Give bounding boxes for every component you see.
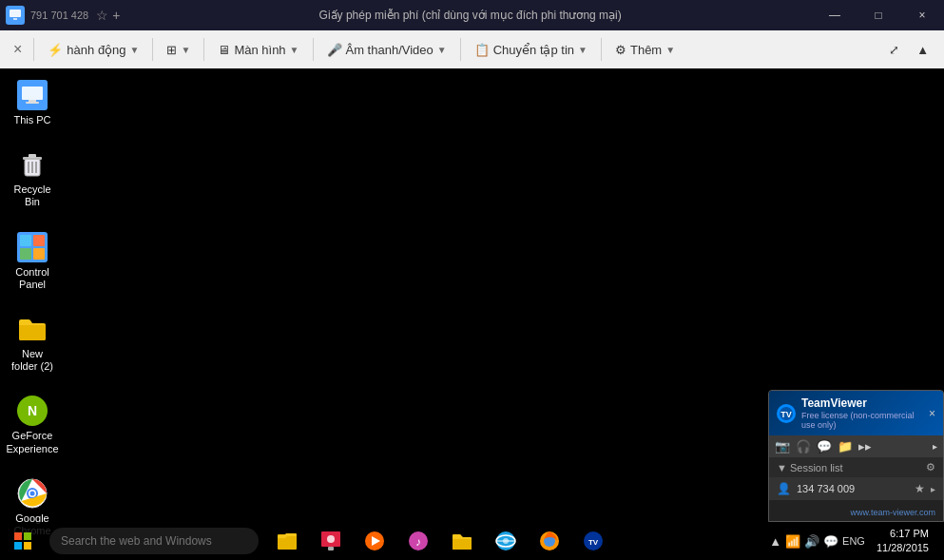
app4-icon: ♪ — [407, 530, 430, 552]
fullscreen-button[interactable]: ⤢ — [881, 39, 907, 61]
taskbar: ♪ — [0, 522, 944, 560]
transfer-icon: 📋 — [474, 43, 490, 57]
network-icon[interactable]: 📶 — [785, 534, 800, 549]
control-panel-icon[interactable]: Control Panel — [4, 228, 61, 295]
display-button[interactable]: 🖥 Màn hình ▼ — [210, 39, 306, 61]
svg-rect-29 — [24, 542, 31, 550]
windows-logo-icon — [13, 531, 32, 550]
svg-text:TV: TV — [588, 538, 599, 547]
new-folder-icon[interactable]: New folder (2) — [4, 310, 61, 377]
title-bar: 791 701 428 ☆ + Giấy phép miễn phí (chỉ … — [0, 0, 944, 30]
tab-title: 791 701 428 — [30, 10, 88, 21]
this-pc-icon[interactable]: This PC — [4, 76, 61, 130]
control-panel-image — [17, 232, 48, 262]
folder-taskbar-button[interactable] — [441, 522, 483, 560]
close-button[interactable]: × — [900, 0, 944, 30]
close-icon: × — [13, 41, 22, 58]
app-icon — [6, 6, 25, 25]
tv-title-area: TeamViewer Free license (non-commercial … — [801, 396, 923, 430]
taskbar-pinned-apps: ♪ — [266, 522, 614, 560]
svg-rect-2 — [22, 87, 43, 100]
volume-icon[interactable]: 🔊 — [804, 534, 819, 549]
tv-logo-icon: TV — [777, 404, 796, 423]
svg-rect-27 — [24, 532, 31, 540]
tv-title: TeamViewer — [801, 396, 923, 410]
action-button[interactable]: ⚡ hành động ▼ — [40, 39, 146, 61]
expand-icon: ⤢ — [889, 43, 899, 57]
window-controls: — □ × — [813, 0, 944, 30]
tv-session-settings-icon[interactable]: ⚙ — [926, 461, 935, 473]
audio-icon: 🎤 — [327, 43, 342, 57]
search-input[interactable] — [49, 528, 259, 554]
tv-camera-icon[interactable]: 📷 — [775, 439, 790, 454]
svg-point-32 — [327, 535, 335, 543]
grid-button[interactable]: ⊞ ▼ — [159, 39, 198, 61]
file-explorer-taskbar-button[interactable] — [266, 522, 308, 560]
system-clock[interactable]: 6:17 PM 11/28/2015 — [869, 527, 936, 556]
audio-button[interactable]: 🎤 Âm thanh/Video ▼ — [319, 39, 454, 61]
collapse-toolbar-button[interactable]: ▲ — [909, 39, 936, 61]
maximize-button[interactable]: □ — [857, 0, 900, 30]
svg-rect-14 — [33, 248, 45, 260]
transfer-button[interactable]: 📋 Chuyển tập tin ▼ — [467, 39, 595, 61]
folder-icon — [451, 530, 473, 552]
desktop-icon-area: This PC Recycle Bin Control Panel — [0, 68, 67, 560]
tv-collapse-toolbar-icon[interactable]: ▸ — [933, 441, 937, 452]
tray-arrow-icon[interactable]: ▲ — [769, 534, 781, 549]
svg-rect-12 — [33, 235, 45, 246]
recycle-bin-image — [17, 149, 48, 180]
separator-4 — [313, 38, 314, 61]
control-panel-label: Control Panel — [8, 266, 57, 291]
tv-more-icon[interactable]: ▸▸ — [858, 439, 872, 454]
more-button[interactable]: ⚙ Thêm ▼ — [607, 39, 683, 61]
tv-toolbar: 📷 🎧 💬 📁 ▸▸ ▸ — [769, 435, 943, 457]
action-chevron: ▼ — [130, 45, 140, 55]
disconnect-button[interactable]: × — [8, 37, 28, 62]
svg-text:N: N — [28, 403, 37, 418]
display-label: Màn hình — [234, 43, 285, 57]
paint-taskbar-button[interactable] — [310, 522, 352, 560]
new-folder-label: New folder (2) — [8, 348, 57, 373]
ie-taskbar-button[interactable] — [485, 522, 527, 560]
tv-headset-icon[interactable]: 🎧 — [796, 439, 811, 454]
media-player-taskbar-button[interactable] — [354, 522, 395, 560]
geforce-image: N — [17, 396, 48, 426]
separator-6 — [601, 38, 602, 61]
svg-point-21 — [30, 491, 35, 495]
tv-session-list-label: ▼ Session list — [777, 462, 843, 473]
tv-chat-icon[interactable]: 💬 — [817, 439, 832, 454]
start-button[interactable] — [0, 522, 46, 560]
geforce-icon[interactable]: N GeForce Experience — [4, 392, 61, 458]
svg-rect-13 — [20, 248, 31, 260]
audio-label: Âm thanh/Video — [346, 43, 433, 57]
recycle-bin-icon[interactable]: Recycle Bin — [4, 145, 61, 212]
ie-icon — [494, 530, 517, 552]
teamviewer-panel: ◀ TV TeamViewer Free license (non-commer… — [768, 390, 944, 522]
firefox-taskbar-button[interactable] — [529, 522, 570, 560]
minimize-button[interactable]: — — [813, 0, 857, 30]
star-icon[interactable]: ☆ — [96, 8, 108, 23]
paint-icon — [319, 530, 342, 552]
tv-footer-link: www.team-viewer.com — [850, 508, 935, 517]
tv-session-item[interactable]: 👤 134 734 009 ★ ▸ — [769, 477, 943, 500]
tv-session-arrow-icon[interactable]: ▸ — [931, 484, 935, 494]
this-pc-label: This PC — [13, 114, 50, 126]
tv-subtitle: Free license (non-commercial use only) — [801, 411, 923, 430]
svg-rect-0 — [10, 10, 21, 17]
tv-file-icon[interactable]: 📁 — [838, 439, 853, 454]
add-tab-button[interactable]: + — [112, 8, 120, 23]
tv-close-button[interactable]: × — [929, 407, 935, 420]
transfer-label: Chuyển tập tin — [493, 43, 574, 57]
remote-toolbar: × ⚡ hành động ▼ ⊞ ▼ 🖥 Màn hình ▼ 🎤 Âm th… — [0, 30, 944, 68]
recycle-bin-label: Recycle Bin — [8, 183, 57, 208]
teamviewer-taskbar-button[interactable]: TV — [572, 522, 614, 560]
this-pc-image — [17, 80, 48, 110]
app4-taskbar-button[interactable]: ♪ — [397, 522, 439, 560]
notification-icon[interactable]: 💬 — [823, 534, 838, 549]
gear-icon: ⚙ — [615, 43, 626, 57]
system-tray: ▲ 📶 🔊 💬 ENG 6:17 PM 11/28/2015 — [761, 522, 944, 560]
language-label: ENG — [842, 535, 865, 547]
tv-collapse-button[interactable]: ◀ — [768, 442, 769, 471]
svg-rect-33 — [328, 547, 334, 550]
more-label: Thêm — [630, 43, 662, 57]
